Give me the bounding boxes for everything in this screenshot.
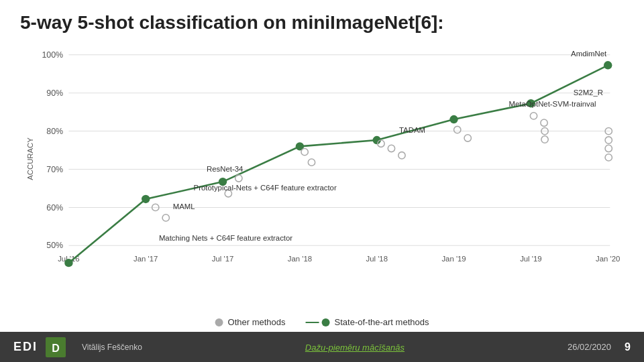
other-dot-11: [464, 135, 471, 141]
other-dot-13: [541, 119, 547, 126]
y-tick-80: 80%: [46, 127, 63, 136]
other-dot-6: [308, 159, 315, 166]
footer-page: 9: [625, 341, 631, 353]
edi-text: EDI: [13, 340, 38, 354]
edi-icon: D: [43, 335, 68, 360]
x-tick-7: Jul '19: [520, 255, 541, 263]
x-tick-6: Jan '19: [441, 255, 466, 263]
y-tick-100: 100%: [42, 50, 63, 60]
slide-title: 5-way 5-shot classification on miniImage…: [0, 0, 644, 34]
legend-sota-methods: State-of-the-art methods: [306, 317, 429, 327]
slide: 5-way 5-shot classification on miniImage…: [0, 0, 644, 362]
label-metaoptnet: MetaOptNet-SVM-trainval: [509, 100, 596, 108]
sota-line: [68, 65, 608, 263]
sota-dot-1: [64, 259, 72, 267]
label-maml: MAML: [173, 203, 195, 211]
chart-legend: Other methods State-of-the-art methods: [215, 317, 429, 327]
sota-dot-2: [142, 195, 150, 203]
legend-other-label: Other methods: [228, 317, 286, 327]
legend-other-methods: Other methods: [215, 317, 286, 327]
label-protonets: Prototypical-Nets + C64F feature extract…: [194, 184, 337, 192]
other-dot-9: [398, 152, 405, 159]
y-tick-50: 50%: [46, 241, 63, 250]
svg-text:D: D: [52, 343, 60, 354]
y-tick-90: 90%: [46, 88, 63, 98]
other-dot-4: [235, 175, 242, 182]
other-dot-10: [454, 126, 461, 133]
x-tick-8: Jan '20: [596, 255, 620, 263]
legend-sota-icon: [306, 318, 330, 326]
other-dot-2: [162, 215, 169, 221]
footer-center: Dažu-piemēru mācīšanās: [305, 341, 405, 353]
x-tick-4: Jan '18: [288, 255, 312, 263]
footer-date: 26/02/2020: [568, 342, 611, 352]
x-tick-5: Jul '18: [366, 255, 387, 263]
footer-author: Vitālijs Feščenko: [82, 343, 142, 352]
label-amdimnet: AmdimNet: [571, 50, 607, 58]
legend-sota-label: State-of-the-art methods: [335, 317, 429, 327]
other-dot-5: [301, 148, 308, 155]
other-dot-12: [530, 113, 537, 119]
y-axis-label: ACCURACY: [26, 137, 34, 180]
y-tick-70: 70%: [46, 165, 63, 174]
footer-bar: EDI D Vitālijs Feščenko Dažu-piemēru māc…: [0, 332, 644, 362]
x-tick-3: Jul '17: [212, 255, 233, 263]
footer-left: EDI D Vitālijs Feščenko: [13, 335, 142, 360]
x-tick-2: Jan '17: [133, 255, 158, 263]
footer-logo: EDI D: [13, 335, 68, 360]
y-tick-60: 60%: [46, 203, 63, 213]
label-matchingnets: Matching Nets + C64F feature extractor: [159, 234, 292, 242]
footer-title: Dažu-piemēru mācīšanās: [305, 343, 405, 353]
chart-area: 100% 90% 80% 70% 60% 50% ACCURACY Jul '1…: [20, 37, 624, 302]
chart-svg: 100% 90% 80% 70% 60% 50% ACCURACY Jul '1…: [20, 37, 624, 302]
label-tadam: TADAM: [399, 126, 425, 134]
sota-dot-6: [449, 115, 458, 123]
other-dot-19: [605, 154, 612, 161]
legend-other-dot: [215, 318, 223, 326]
other-dot-17: [605, 137, 612, 143]
label-resnet34: ResNet-34: [207, 165, 243, 173]
footer-right: 26/02/2020 9: [568, 341, 631, 353]
other-dot-8: [388, 145, 394, 152]
other-dot-18: [605, 145, 612, 152]
sota-dot-8: [604, 61, 612, 69]
label-s2m2r: S2M2_R: [574, 88, 603, 97]
other-dot-15: [541, 136, 548, 143]
